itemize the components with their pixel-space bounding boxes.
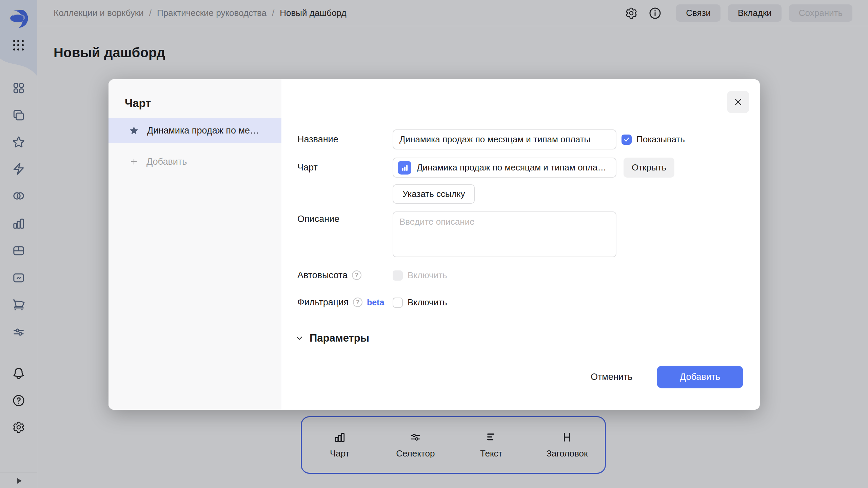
filtering-checkbox-group: Включить bbox=[393, 297, 447, 308]
chevron-down-icon bbox=[295, 333, 304, 343]
chart-chip-label: Динамика продаж по месяцам и типам опла… bbox=[417, 162, 606, 173]
chart-chip[interactable]: Динамика продаж по месяцам и типам опла… bbox=[393, 158, 616, 178]
close-dialog-button[interactable] bbox=[727, 91, 749, 113]
filtering-field-label: Фильтрация bbox=[297, 297, 349, 307]
filtering-help-icon[interactable]: ? bbox=[353, 298, 362, 307]
filtering-checkbox[interactable] bbox=[393, 298, 403, 308]
filtering-toggle-label: Включить bbox=[408, 297, 447, 308]
cancel-button[interactable]: Отменить bbox=[580, 366, 643, 388]
add-chart-dialog: Чарт Динамика продаж по ме… Добавить Наз… bbox=[108, 79, 760, 410]
plus-icon bbox=[130, 157, 138, 166]
autoheight-toggle-label: Включить bbox=[408, 270, 447, 281]
name-field-label: Название bbox=[297, 134, 338, 144]
dialog-left-panel: Чарт Динамика продаж по ме… Добавить bbox=[108, 79, 281, 410]
dialog-title: Чарт bbox=[125, 97, 151, 110]
chart-field-label: Чарт bbox=[297, 162, 318, 172]
add-chart-list-item[interactable]: Добавить bbox=[108, 152, 281, 171]
set-link-button[interactable]: Указать ссылку bbox=[393, 184, 475, 204]
show-checkbox-label: Показывать bbox=[636, 134, 685, 145]
add-button[interactable]: Добавить bbox=[657, 366, 743, 388]
beta-badge: beta bbox=[367, 298, 384, 307]
autoheight-help-icon[interactable]: ? bbox=[352, 270, 361, 280]
chart-list-item-selected[interactable]: Динамика продаж по ме… bbox=[108, 118, 281, 143]
star-filled-icon bbox=[129, 125, 139, 136]
chart-chip-icon bbox=[398, 161, 411, 175]
autoheight-checkbox-group: Включить bbox=[393, 270, 447, 281]
description-textarea[interactable] bbox=[393, 211, 616, 257]
description-field-label: Описание bbox=[297, 214, 339, 224]
close-icon bbox=[733, 97, 743, 107]
chart-list-item-label: Динамика продаж по ме… bbox=[147, 125, 259, 136]
add-chart-list-label: Добавить bbox=[146, 157, 187, 167]
autoheight-checkbox bbox=[393, 270, 403, 281]
parameters-collapse[interactable]: Параметры bbox=[295, 332, 369, 344]
name-input[interactable] bbox=[393, 129, 616, 149]
checkmark-icon bbox=[623, 136, 630, 143]
autoheight-field-label: Автовысота bbox=[297, 270, 348, 280]
show-checkbox[interactable] bbox=[622, 135, 632, 145]
parameters-title: Параметры bbox=[310, 332, 369, 344]
show-checkbox-group: Показывать bbox=[622, 129, 685, 149]
open-chart-button[interactable]: Открыть bbox=[624, 158, 674, 178]
autoheight-label-group: Автовысота ? bbox=[297, 270, 361, 280]
filtering-label-group: Фильтрация ? beta bbox=[297, 297, 384, 307]
